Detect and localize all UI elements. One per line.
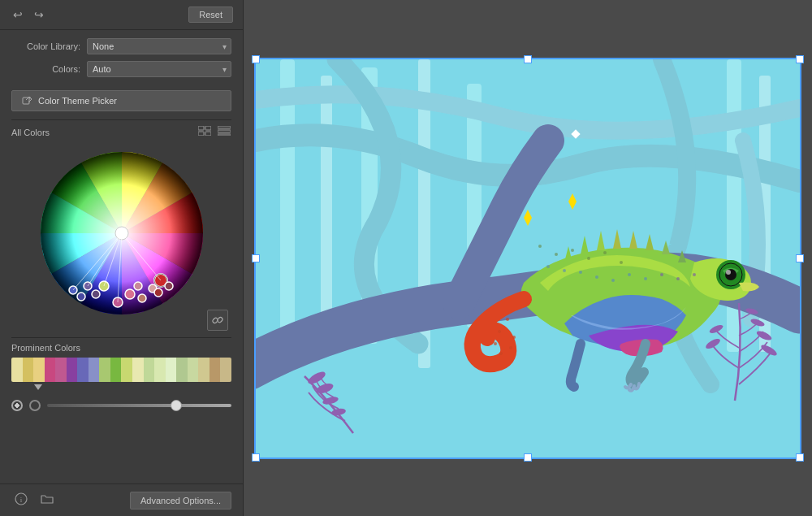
svg-point-54 — [726, 270, 731, 275]
swatch-15[interactable] — [166, 358, 177, 382]
color-swatches[interactable] — [11, 358, 231, 382]
swatch-11[interactable] — [121, 358, 132, 382]
svg-point-61 — [587, 257, 590, 260]
toolbar: ↩ ↪ Reset — [0, 0, 243, 30]
svg-point-72 — [676, 277, 680, 280]
color-wheel-container — [11, 144, 231, 323]
swatch-8[interactable] — [89, 358, 100, 382]
svg-point-22 — [92, 290, 100, 298]
form-section: Color Library: None Custom Pantone Color… — [0, 30, 243, 90]
svg-point-21 — [165, 282, 173, 290]
swatch-20[interactable] — [220, 358, 231, 382]
redo-button[interactable]: ↪ — [31, 7, 47, 23]
svg-point-76 — [494, 342, 497, 345]
svg-point-73 — [693, 273, 696, 276]
color-wheel-section: All Colors — [0, 120, 243, 337]
swatch-7[interactable] — [77, 358, 89, 382]
svg-point-71 — [660, 273, 663, 276]
swatch-indicator — [34, 384, 42, 390]
svg-point-77 — [499, 352, 503, 355]
svg-point-70 — [644, 277, 647, 280]
svg-point-68 — [611, 279, 615, 282]
handle-mr[interactable] — [796, 254, 804, 262]
undo-button[interactable]: ↩ — [10, 7, 26, 23]
list-icon — [218, 126, 231, 136]
color-library-row: Color Library: None Custom Pantone — [11, 38, 231, 54]
info-button[interactable]: i — [11, 491, 31, 509]
svg-point-65 — [563, 269, 566, 272]
artwork-frame — [254, 58, 801, 459]
handle-ml[interactable] — [252, 254, 260, 262]
svg-point-62 — [603, 251, 607, 254]
reset-button[interactable]: Reset — [188, 7, 233, 23]
svg-rect-7 — [218, 130, 231, 132]
svg-rect-0 — [23, 98, 29, 104]
swatch-13[interactable] — [144, 358, 155, 382]
svg-point-1 — [29, 98, 31, 99]
svg-rect-2 — [198, 126, 204, 130]
swatch-16[interactable] — [176, 358, 188, 382]
svg-point-64 — [546, 265, 550, 268]
svg-point-74 — [506, 318, 509, 321]
handle-tl[interactable] — [252, 55, 260, 63]
color-slider[interactable] — [47, 404, 231, 407]
svg-point-15 — [134, 282, 142, 290]
color-theme-picker-icon — [22, 95, 33, 106]
swatch-9[interactable] — [99, 358, 110, 382]
color-theme-picker-button[interactable]: Color Theme Picker — [11, 90, 231, 111]
color-wheel[interactable] — [32, 144, 211, 323]
color-wheel-list-button[interactable] — [217, 125, 231, 139]
svg-point-60 — [571, 249, 574, 252]
color-library-select[interactable]: None Custom Pantone — [87, 38, 231, 54]
colors-select-wrapper: Auto 2 3 4 5 6 — [87, 61, 231, 77]
swatch-10[interactable] — [110, 358, 122, 382]
colors-row: Colors: Auto 2 3 4 5 6 — [11, 61, 231, 77]
swatch-5[interactable] — [55, 358, 67, 382]
swatch-18[interactable] — [198, 358, 209, 382]
prominent-colors-title: Prominent Colors — [11, 343, 231, 353]
svg-rect-5 — [205, 132, 211, 136]
svg-point-59 — [555, 253, 558, 256]
colors-select[interactable]: Auto 2 3 4 5 6 — [87, 61, 231, 77]
colors-label: Colors: — [11, 64, 80, 74]
svg-rect-3 — [205, 126, 211, 130]
slider-thumb[interactable] — [171, 400, 182, 411]
prominent-colors-section: Prominent Colors — [0, 338, 243, 398]
handle-bl[interactable] — [252, 453, 260, 462]
swatch-12[interactable] — [132, 358, 144, 382]
color-library-label: Color Library: — [11, 41, 80, 51]
swatch-2[interactable] — [23, 358, 34, 382]
swatch-19[interactable] — [209, 358, 221, 382]
artwork-svg — [256, 59, 800, 457]
radio-circle-2[interactable] — [29, 400, 41, 411]
swatch-3[interactable] — [33, 358, 45, 382]
color-theme-picker-label: Color Theme Picker — [38, 96, 117, 106]
handle-bc[interactable] — [524, 453, 532, 462]
color-wheel-svg — [32, 144, 211, 323]
handle-tc[interactable] — [524, 55, 532, 63]
svg-rect-4 — [198, 132, 204, 136]
color-wheel-grid-button[interactable] — [197, 125, 212, 139]
swatch-17[interactable] — [188, 358, 199, 382]
grid-icon — [198, 126, 211, 136]
svg-point-78 — [509, 346, 512, 349]
radio-circle-1[interactable] — [11, 400, 23, 411]
folder-icon — [41, 493, 54, 505]
advanced-options-button[interactable]: Advanced Options... — [130, 492, 231, 509]
svg-point-79 — [512, 336, 516, 339]
handle-tr[interactable] — [796, 55, 804, 63]
svg-point-67 — [595, 275, 598, 279]
svg-rect-35 — [321, 76, 332, 336]
swatch-1[interactable] — [11, 358, 23, 382]
handle-br[interactable] — [796, 453, 804, 462]
folder-button[interactable] — [37, 492, 57, 509]
all-colors-label: All Colors — [11, 128, 50, 137]
swatch-4[interactable] — [45, 358, 56, 382]
svg-text:i: i — [20, 496, 23, 504]
info-icon: i — [15, 492, 28, 505]
swatch-14[interactable] — [154, 358, 166, 382]
svg-point-16 — [138, 294, 146, 302]
svg-point-58 — [538, 245, 542, 248]
slider-row — [0, 400, 243, 411]
swatch-6[interactable] — [67, 358, 78, 382]
